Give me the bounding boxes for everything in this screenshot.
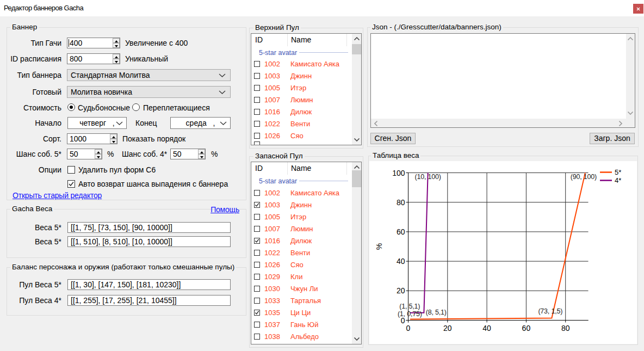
svg-text:80: 80 [397, 198, 405, 207]
svg-text:20: 20 [397, 286, 405, 295]
svg-text:60: 60 [397, 227, 405, 236]
svg-text:(73, 1,5): (73, 1,5) [538, 307, 562, 315]
svg-text:5*: 5* [615, 168, 621, 176]
svg-text:100: 100 [392, 169, 405, 177]
svg-text:(90, 100): (90, 100) [571, 173, 597, 181]
svg-text:(8, 5,1): (8, 5,1) [426, 309, 447, 316]
svg-text:4*: 4* [615, 176, 621, 184]
svg-text:80: 80 [561, 324, 570, 332]
svg-text:20: 20 [443, 324, 452, 332]
svg-text:40: 40 [397, 257, 405, 266]
svg-text:(1, 0,75): (1, 0,75) [398, 310, 422, 318]
svg-text:0: 0 [406, 324, 411, 332]
svg-text:(1, 5,1): (1, 5,1) [399, 303, 420, 310]
svg-text:40: 40 [482, 324, 491, 332]
svg-text:(10, 100): (10, 100) [415, 173, 441, 181]
svg-text:60: 60 [522, 324, 531, 332]
svg-text:%: % [375, 243, 383, 250]
